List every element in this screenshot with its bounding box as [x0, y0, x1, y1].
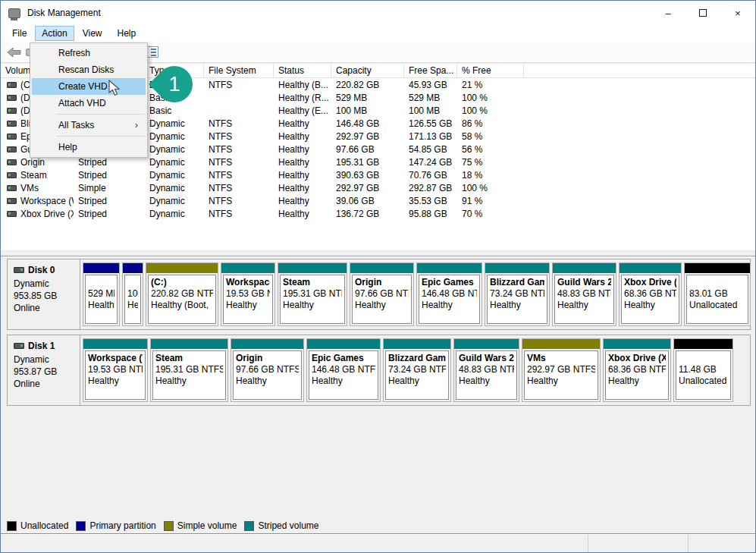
close-button-icon[interactable]: ×	[720, 1, 755, 25]
pane-splitter[interactable]	[1, 250, 755, 256]
column-header-status[interactable]: Status	[274, 64, 331, 77]
menu-item-refresh[interactable]: Refresh	[32, 45, 146, 61]
partition-steam[interactable]: Steam195.31 GB NTFSHealthy	[278, 262, 347, 326]
partition-xbox-drive-x[interactable]: Xbox Drive (X68.36 GB NTFSHealthy	[603, 338, 671, 402]
partition-epic-games[interactable]: Epic Games146.48 GB NTFSHealthy	[416, 262, 482, 326]
volume-drive-icon	[7, 185, 17, 191]
volume-cell: Dynamic	[145, 118, 204, 129]
partition-info: Workspace19.53 GB NTFSHealthy	[223, 275, 273, 324]
partition-blizzard-games[interactable]: Blizzard Games73.24 GB NTFSHealthy	[485, 262, 550, 326]
partition-status: Healthy	[624, 300, 676, 311]
back-icon[interactable]	[7, 47, 21, 58]
volume-row[interactable]: Xbox Drive (X:)StripedDynamicNTFSHealthy…	[1, 207, 755, 220]
menu-item-help[interactable]: Help	[32, 139, 146, 156]
volume-name-cell: Steam	[1, 170, 74, 181]
disk-header-disk-0[interactable]: Disk 0Dynamic953.85 GBOnline	[8, 259, 80, 329]
partition-c[interactable]: (C:)220.82 GB NTFSHealthy (Boot,	[146, 262, 218, 326]
primary-color-strip	[123, 263, 143, 273]
volume-row[interactable]: Workspace (W:)StripedDynamicNTFSHealthy3…	[1, 194, 755, 207]
partition-name: Epic Games	[422, 277, 477, 288]
volume-cell: 136.72 GB	[331, 209, 404, 219]
partition-name	[88, 277, 114, 288]
volume-name-cell: VMs	[1, 183, 74, 193]
legend-label: Unallocated	[20, 520, 68, 531]
disk-header-disk-1[interactable]: Disk 1Dynamic953.87 GBOnline	[8, 335, 80, 405]
disk-management-app-icon	[8, 8, 20, 18]
menu-item-rescan-disks[interactable]: Rescan Disks	[32, 61, 146, 78]
volume-cell: NTFS	[204, 144, 274, 155]
partition-item[interactable]: 100 MBHealthy	[122, 262, 143, 326]
maximize-button-icon[interactable]	[685, 1, 720, 25]
partition-origin[interactable]: Origin97.66 GB NTFSHealthy	[231, 338, 304, 402]
partition-size: 146.48 GB NTFS	[422, 288, 477, 300]
titlebar: Disk Management –×	[1, 1, 755, 25]
menubar-item-help[interactable]: Help	[111, 26, 143, 41]
partition-status: Healthy	[236, 375, 299, 387]
partition-size: 19.53 GB NTFS	[226, 288, 270, 300]
list-icon[interactable]	[147, 46, 158, 58]
volume-cell: Striped	[74, 170, 145, 181]
submenu-arrow-icon: ›	[135, 117, 138, 134]
volume-cell: 171.13 GB	[404, 131, 457, 142]
partition-guild-wars-2[interactable]: Guild Wars 248.83 GB NTFSHealthy	[552, 262, 616, 326]
partition-info: Origin97.66 GB NTFSHealthy	[233, 350, 302, 400]
menu-item-create-vhd[interactable]: Create VHD	[32, 78, 146, 95]
partition-origin[interactable]: Origin97.66 GB NTFSHealthy	[350, 262, 414, 326]
column-header-capacity[interactable]: Capacity	[331, 64, 404, 77]
volume-cell: 39.06 GB	[331, 196, 404, 206]
volume-drive-icon	[7, 198, 17, 204]
partition-name: Xbox Drive (X	[608, 353, 666, 364]
partition-guild-wars-2[interactable]: Guild Wars 248.83 GB NTFSHealthy	[453, 338, 519, 402]
volume-cell: 292.97 GB	[331, 131, 404, 142]
partition-info: Epic Games146.48 GB NTFSHealthy	[309, 350, 378, 400]
partition-size: 73.24 GB NTFS	[388, 364, 446, 375]
partition-item[interactable]: 11.48 GBUnallocated	[673, 338, 733, 402]
menubar-item-view[interactable]: View	[76, 26, 109, 41]
partition-size: 19.53 GB NTFS	[88, 364, 143, 375]
volume-row[interactable]: VMsSimpleDynamicNTFSHealthy292.97 GB292.…	[1, 181, 755, 194]
volume-drive-icon	[7, 159, 17, 165]
disk-status: Online	[14, 378, 80, 390]
partition-item[interactable]: 529 MBHealthy	[83, 262, 120, 326]
unallocated-color-strip	[685, 263, 750, 273]
menubar-item-action[interactable]: Action	[35, 26, 74, 41]
disk-partitions: 529 MBHealthy100 MBHealthy(C:)220.82 GB …	[80, 259, 750, 329]
volume-drive-icon	[7, 211, 17, 217]
volume-cell: 21 %	[457, 80, 524, 90]
disk-graphical-pane: UnallocatedPrimary partitionSimple volum…	[1, 256, 755, 534]
column-header-free-spa[interactable]: Free Spa...	[404, 64, 457, 77]
partition-workspace-w[interactable]: Workspace (W19.53 GB NTFSHealthy	[83, 338, 148, 402]
partition-blizzard-games[interactable]: Blizzard Games73.24 GB NTFSHealthy	[383, 338, 451, 402]
volume-cell: 220.82 GB	[331, 80, 404, 90]
disk-size: 953.85 GB	[14, 290, 80, 302]
partition-xbox-drive-x[interactable]: Xbox Drive (X68.36 GB NTFSHealthy	[619, 262, 682, 326]
partition-info: VMs292.97 GB NTFSHealthy	[524, 350, 598, 400]
partition-info: 11.48 GBUnallocated	[676, 350, 731, 400]
minimize-button-icon[interactable]: –	[651, 1, 685, 25]
partition-name	[679, 353, 728, 364]
striped-color-strip	[278, 263, 347, 273]
volume-cell: 147.24 GB	[404, 157, 457, 168]
partition-info: 83.01 GBUnallocated	[686, 275, 748, 324]
column-header-file-system[interactable]: File System	[204, 64, 274, 77]
column-header-free[interactable]: % Free	[457, 64, 524, 77]
window-title: Disk Management	[27, 8, 101, 18]
partition-item[interactable]: 83.01 GBUnallocated	[684, 262, 751, 326]
striped-color-strip	[454, 339, 519, 349]
volume-cell: 292.87 GB	[404, 183, 457, 193]
menu-item-all-tasks[interactable]: All Tasks›	[32, 117, 146, 134]
partition-epic-games[interactable]: Epic Games146.48 GB NTFSHealthy	[306, 338, 381, 402]
partition-vms[interactable]: VMs292.97 GB NTFSHealthy	[522, 338, 601, 402]
striped-color-strip	[553, 263, 616, 273]
partition-steam[interactable]: Steam195.31 GB NTFSHealthy	[150, 338, 228, 402]
volume-cell: Dynamic	[145, 209, 204, 219]
volume-row[interactable]: SteamStripedDynamicNTFSHealthy390.63 GB7…	[1, 168, 755, 181]
partition-workspace[interactable]: Workspace19.53 GB NTFSHealthy	[221, 262, 275, 326]
striped-color-strip	[151, 339, 227, 349]
menubar-item-file[interactable]: File	[5, 26, 33, 41]
volume-cell: 18 %	[457, 170, 524, 181]
menu-item-attach-vhd[interactable]: Attach VHD	[32, 95, 146, 112]
partition-name: Origin	[355, 277, 409, 288]
partition-status: Healthy	[557, 300, 611, 311]
partition-size: 68.36 GB NTFS	[624, 288, 676, 300]
